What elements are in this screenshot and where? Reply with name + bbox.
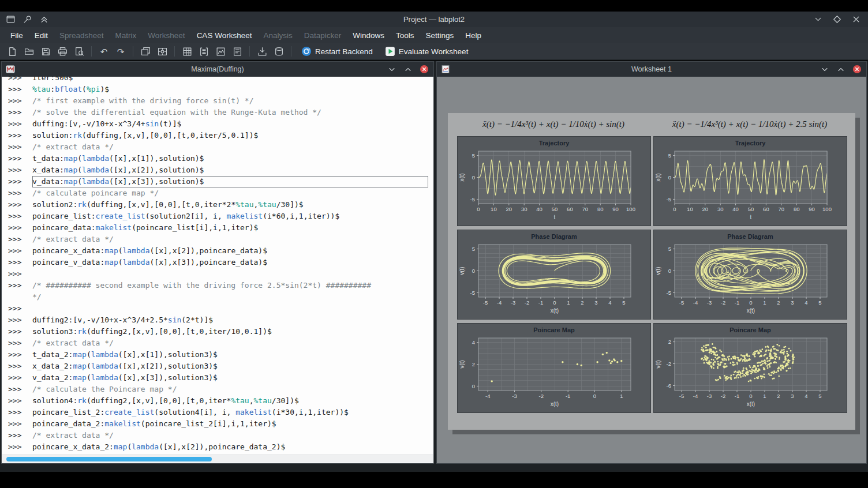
- code-line[interactable]: >>>poincare_x_data_2:map(lambda([x],x[2]…: [8, 441, 433, 453]
- svg-text:-6: -6: [667, 382, 671, 389]
- worksheet-close-button[interactable]: [852, 65, 862, 74]
- menu-help[interactable]: Help: [459, 31, 487, 40]
- cas-window-titlebar[interactable]: Maxima(Duffing): [2, 62, 433, 77]
- print-button[interactable]: [55, 44, 70, 59]
- code-line[interactable]: >>>/* first example with the driving for…: [8, 95, 433, 107]
- code-line[interactable]: >>>/* solve the differential equation wi…: [8, 107, 433, 118]
- plot-phase-2[interactable]: -5-4-3-2-101234550-5Phase Diagramx(t)v(t…: [653, 230, 847, 320]
- cas-minimize-button[interactable]: [387, 65, 396, 74]
- save-button[interactable]: [38, 44, 53, 59]
- plot-phase-1[interactable]: -5-4-3-2-101234550-5Phase Diagramx(t)v(t…: [457, 230, 651, 320]
- cas-close-button[interactable]: [420, 65, 429, 74]
- code-line[interactable]: >>>/* extract data */: [8, 234, 433, 245]
- code-line[interactable]: >>>iter:500$: [8, 77, 433, 84]
- scrollbar-thumb[interactable]: [6, 457, 212, 461]
- code-line[interactable]: >>>duffing:[v,-v/10+x-x^3/4+sin(t)]$: [8, 118, 433, 130]
- menu-tools[interactable]: Tools: [390, 31, 420, 40]
- evaluate-worksheet-button[interactable]: Evaluate Worksheet: [380, 44, 474, 59]
- titlebar[interactable]: Project — labplot2: [0, 12, 868, 27]
- close-button[interactable]: [851, 14, 861, 24]
- code-line[interactable]: >>>/* calculate poincare map */: [8, 187, 433, 199]
- menu-edit[interactable]: Edit: [29, 31, 54, 40]
- redo-button[interactable]: ↷: [113, 44, 128, 59]
- code-line[interactable]: >>>solution4:rk(duffing2,[x,v],[0,0],[t,…: [8, 395, 433, 407]
- print-preview-button[interactable]: [72, 44, 87, 59]
- code-line[interactable]: >>>x_data_2:map(lambda([x],x[2]),solutio…: [8, 361, 433, 372]
- code-line[interactable]: >>>%tau:bfloat(%pi)$: [8, 84, 433, 95]
- new-file-icon: [8, 47, 17, 57]
- menu-cas-worksheet[interactable]: CAS Worksheet: [191, 31, 258, 40]
- restart-backend-label: Restart Backend: [315, 47, 373, 56]
- prompt: >>>: [8, 418, 32, 430]
- worksheet-view[interactable]: ẍ(t) = −1/4x³(t) + x(t) − 1/10ẋ(t) + sin…: [437, 77, 866, 463]
- code-line[interactable]: >>>duffing2:[v,-v/10+x-x^3/4+2.5*sin(2*t…: [8, 314, 433, 326]
- new-note-button[interactable]: [230, 44, 245, 59]
- new-file-button[interactable]: [5, 44, 20, 59]
- code-line[interactable]: >>>/* ########## second example with the…: [8, 280, 433, 291]
- worksheet-minimize-button[interactable]: [820, 65, 829, 74]
- code-line[interactable]: >>>/* extract data */: [8, 141, 433, 153]
- code-lines: >>>iter:500$>>>%tau:bfloat(%pi)$>>>/* fi…: [2, 77, 433, 453]
- prompt: >>>: [8, 222, 32, 234]
- cas-restore-button[interactable]: [403, 65, 413, 74]
- new-workbook-button[interactable]: [138, 44, 153, 59]
- import-sql-button[interactable]: [271, 44, 286, 59]
- worksheet-restore-button[interactable]: [836, 65, 845, 74]
- new-matrix-button[interactable]: [196, 44, 211, 59]
- prompt: >>>: [8, 118, 32, 130]
- code-line[interactable]: >>>solution2:rk(duffing,[x,v],[0,0],[t,0…: [8, 199, 433, 211]
- code-text: poincare_list_2:create_list(solution4[i]…: [32, 407, 433, 418]
- code-text: solution2:rk(duffing,[x,v],[0,0],[t,0,it…: [32, 199, 433, 211]
- code-line[interactable]: >>>poincare_list_2:create_list(solution4…: [8, 407, 433, 418]
- plot-trajectory-1[interactable]: 010203040506070809010050-5Trajectorytx(t…: [457, 136, 651, 226]
- restart-backend-button[interactable]: Restart Backend: [296, 44, 378, 59]
- code-line[interactable]: >>>/* extract data */: [8, 430, 433, 441]
- code-line[interactable]: >>>poincare_x_data:map(lambda([x],x[2]),…: [8, 245, 433, 257]
- worksheet-window-titlebar[interactable]: Worksheet 1: [437, 62, 866, 77]
- minimize-button[interactable]: [813, 14, 823, 24]
- code-line[interactable]: >>>t_data_2:map(lambda([x],x[1]),solutio…: [8, 349, 433, 361]
- save-icon: [41, 47, 51, 57]
- menu-settings[interactable]: Settings: [420, 31, 460, 40]
- open-folder-button[interactable]: [21, 44, 36, 59]
- new-worksheet-button[interactable]: [213, 44, 228, 59]
- new-spreadsheet-button[interactable]: [179, 44, 194, 59]
- svg-text:90: 90: [612, 206, 619, 212]
- code-line[interactable]: >>>: [8, 268, 433, 280]
- toolbar-separator: [174, 46, 175, 57]
- plot-trajectory-2[interactable]: 010203040506070809010050-5Trajectorytx(t…: [653, 136, 847, 226]
- code-line[interactable]: >>>poincare_data_2:makelist(poincare_lis…: [8, 418, 433, 430]
- svg-text:4: 4: [472, 339, 475, 346]
- code-line[interactable]: >>>solution:rk(duffing,[x,v],[0,0],[t,0,…: [8, 130, 433, 141]
- code-line[interactable]: >>>/* calculate the Poincare map */: [8, 384, 433, 395]
- prompt: >>>: [8, 141, 32, 153]
- code-line[interactable]: >>>: [8, 303, 433, 314]
- import-file-button[interactable]: [255, 44, 270, 59]
- svg-text:50: 50: [552, 206, 558, 212]
- cas-code-area[interactable]: >>>iter:500$>>>%tau:bfloat(%pi)$>>>/* fi…: [2, 77, 433, 455]
- svg-text:5: 5: [472, 246, 475, 252]
- worksheet-page[interactable]: ẍ(t) = −1/4x³(t) + x(t) − 1/10ẋ(t) + sin…: [448, 113, 855, 430]
- code-line[interactable]: >>>solution3:rk(duffing2,[x,v],[0,0],[t,…: [8, 326, 433, 337]
- plot-poincare-2[interactable]: -5-4-3-2-10123452-2-6Poincare Mapx(t)v(t…: [653, 323, 847, 413]
- prompt: >>>: [8, 337, 32, 349]
- undo-button[interactable]: ↶: [96, 44, 111, 59]
- code-text: poincare_v_data:map(lambda([x],x[3]),poi…: [32, 257, 433, 268]
- code-line[interactable]: >>>/* extract data */: [8, 337, 433, 349]
- code-line[interactable]: >>>poincare_v_data:map(lambda([x],x[3]),…: [8, 257, 433, 268]
- code-line[interactable]: */: [8, 291, 433, 303]
- code-line[interactable]: >>>v_data:map(lambda([x],x[3]),solution)…: [8, 176, 433, 187]
- code-line[interactable]: >>>v_data_2:map(lambda([x],x[3]),solutio…: [8, 372, 433, 384]
- code-line[interactable]: >>>x_data:map(lambda([x],x[2]),solution)…: [8, 164, 433, 176]
- code-line[interactable]: >>>poincare_data:makelist(poincare_list[…: [8, 222, 433, 234]
- menu-file[interactable]: File: [5, 31, 29, 40]
- horizontal-scrollbar[interactable]: [2, 455, 433, 463]
- menu-windows[interactable]: Windows: [347, 31, 390, 40]
- maximize-button[interactable]: [832, 14, 842, 24]
- code-line[interactable]: >>>poincare_list:create_list(solution2[i…: [8, 211, 433, 222]
- svg-text:70: 70: [779, 206, 785, 212]
- plot-poincare-1[interactable]: -4-3-2-101420Poincare Mapx(t)v(t): [457, 323, 651, 413]
- prompt: >>>: [8, 164, 32, 176]
- new-datapicker-button[interactable]: [155, 44, 170, 59]
- code-line[interactable]: >>>t_data:map(lambda([x],x[1]),solution)…: [8, 153, 433, 164]
